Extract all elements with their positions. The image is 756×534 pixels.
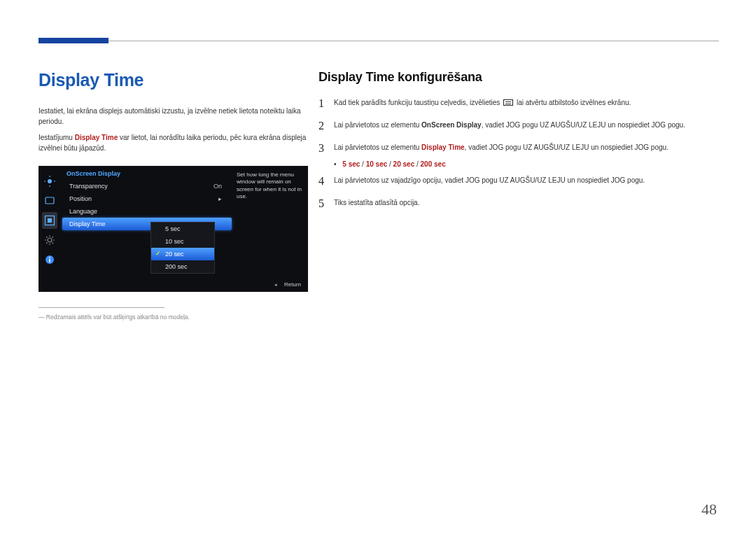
- footnote: ― Redzamais attēls var būt atšķirīgs atk…: [38, 314, 308, 321]
- osd-sidebar: [42, 173, 57, 268]
- opt-20sec: 20 sec: [393, 160, 415, 168]
- step-num-1: 1: [318, 97, 334, 110]
- step-2-post: , vadiet JOG pogu UZ AUGŠU/UZ LEJU un no…: [482, 121, 685, 129]
- step-3: 3 Lai pārvietotos uz elementu Display Ti…: [318, 142, 719, 155]
- step-1-post: lai atvērtu atbilstošo izvēlnes ekrānu.: [517, 99, 631, 106]
- osd-label-position: Position: [69, 195, 92, 202]
- osd-popup: 5 sec 10 sec 20 sec 200 sec: [150, 222, 215, 274]
- svg-point-8: [48, 238, 52, 242]
- settings-icon: [42, 232, 57, 248]
- svg-point-0: [48, 179, 52, 183]
- step-5-body: Tiks iestatīta atlasītā opcija.: [334, 197, 419, 210]
- osd-icon: [42, 212, 57, 229]
- page-number: 48: [701, 500, 717, 519]
- osd-label-transparency: Transparency: [69, 183, 108, 190]
- osd-option-5sec: 5 sec: [151, 223, 214, 235]
- osd-row-position: Position ▸: [59, 192, 234, 205]
- svg-line-14: [52, 243, 54, 244]
- osd-row-transparency: Transparency On: [59, 180, 234, 192]
- step-2-keyword: OnScreen Display: [421, 121, 482, 129]
- step-5: 5 Tiks iestatīta atlasītā opcija.: [318, 197, 719, 210]
- step-2: 2 Lai pārvietotos uz elementu OnScreen D…: [318, 120, 719, 132]
- right-column: Display Time konfigurēšana 1 Kad tiek pa…: [318, 70, 719, 220]
- step-1-pre: Kad tiek parādīts funkciju taustiņu ceļv…: [334, 99, 502, 106]
- step-4: 4 Lai pārvietotos uz vajadzīgo opciju, v…: [318, 175, 719, 188]
- opt-10sec: 10 sec: [366, 160, 388, 168]
- intro-2-pre: Iestatījumu: [38, 134, 75, 141]
- step-3-post: , vadiet JOG pogu UZ AUGŠU/UZ LEJU un no…: [465, 143, 668, 151]
- opt-200sec: 200 sec: [421, 160, 446, 168]
- step-3-pre: Lai pārvietotos uz elementu: [334, 143, 421, 151]
- osd-return-label: Return: [284, 281, 301, 288]
- step-2-pre: Lai pārvietotos uz elementu: [334, 121, 421, 129]
- svg-line-15: [46, 243, 48, 244]
- left-column: Display Time Iestatiet, lai ekrāna displ…: [38, 70, 308, 321]
- chevron-right-icon: ▸: [218, 195, 222, 202]
- menu-icon: [503, 99, 513, 106]
- osd-main: OnScreen Display Transparency On Positio…: [59, 166, 234, 230]
- top-rule: [38, 41, 719, 41]
- osd-header: OnScreen Display: [59, 166, 234, 180]
- osd-row-language: Language: [59, 205, 234, 218]
- step-4-body: Lai pārvietotos uz vajadzīgo opciju, vad…: [334, 175, 645, 188]
- intro-2-keyword: Display Time: [75, 134, 118, 141]
- options-bullet: • 5 sec / 10 sec / 20 sec / 200 sec: [334, 160, 719, 168]
- svg-rect-19: [49, 257, 50, 258]
- footnote-separator: [38, 307, 164, 308]
- svg-rect-7: [48, 218, 52, 223]
- osd-label-display-time: Display Time: [69, 220, 106, 227]
- page-title: Display Time: [38, 70, 308, 90]
- svg-rect-18: [49, 259, 50, 262]
- osd-option-20sec: 20 sec: [151, 248, 214, 260]
- osd-value-transparency: On: [214, 183, 222, 190]
- svg-line-13: [46, 237, 48, 238]
- opt-5sec: 5 sec: [342, 160, 360, 168]
- info-icon: [42, 251, 57, 268]
- osd-option-10sec: 10 sec: [151, 235, 214, 248]
- section-subtitle: Display Time konfigurēšana: [318, 70, 719, 85]
- intro-2: Iestatījumu Display Time var lietot, lai…: [38, 132, 308, 153]
- chevron-left-icon: ◂: [274, 282, 277, 287]
- osd-option-200sec: 200 sec: [151, 260, 214, 273]
- step-1: 1 Kad tiek parādīts funkciju taustiņu ce…: [318, 97, 719, 110]
- step-3-keyword: Display Time: [421, 143, 465, 151]
- osd-label-language: Language: [69, 208, 97, 215]
- osd-screenshot: OnScreen Display Transparency On Positio…: [38, 166, 308, 292]
- step-num-5: 5: [318, 197, 334, 210]
- svg-line-16: [52, 237, 54, 238]
- brightness-icon: [42, 173, 57, 190]
- svg-rect-5: [46, 197, 54, 204]
- step-num-2: 2: [318, 120, 334, 132]
- osd-description: Set how long the menu window will remain…: [237, 171, 304, 201]
- step-num-3: 3: [318, 142, 334, 155]
- intro-1: Iestatiet, lai ekrāna displejs automātis…: [38, 106, 308, 127]
- accent-bar: [38, 38, 108, 43]
- osd-return: ◂Return: [274, 281, 301, 288]
- picture-icon: [42, 192, 57, 209]
- step-num-4: 4: [318, 175, 334, 188]
